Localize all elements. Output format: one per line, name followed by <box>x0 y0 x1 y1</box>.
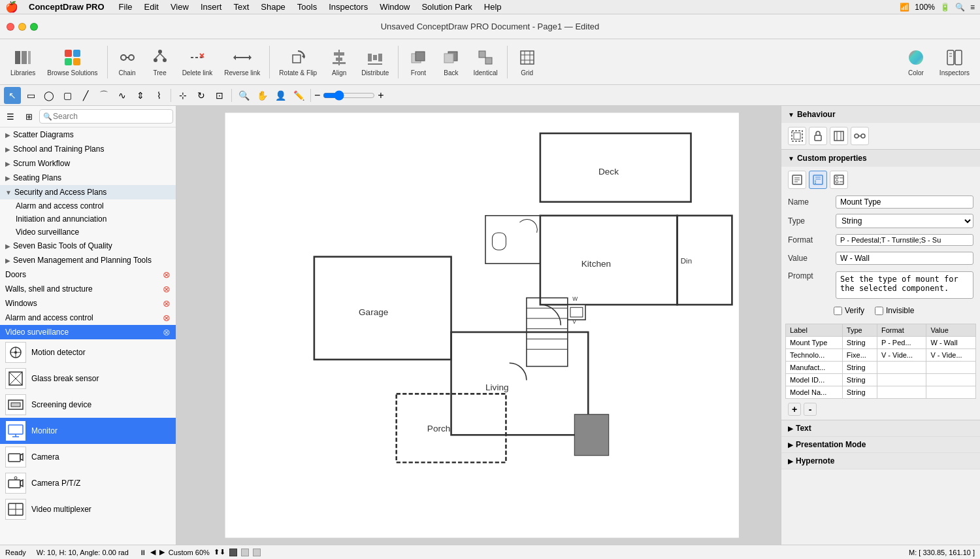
quick-item-walls[interactable]: Walls, shell and structure ⊗ <box>0 282 176 296</box>
search-icon[interactable]: 🔍 <box>955 3 965 12</box>
sidebar-item-scatter-diagrams[interactable]: ▶ Scatter Diagrams <box>0 127 176 142</box>
resize-tool[interactable]: ⇕ <box>132 87 149 104</box>
quick-item-windows[interactable]: Windows ⊗ <box>0 296 176 311</box>
menu-shape[interactable]: Shape <box>255 1 291 12</box>
sidebar-child-alarm[interactable]: Alarm and access control <box>0 199 176 212</box>
page-indicator-1[interactable] <box>229 549 237 556</box>
close-button[interactable] <box>7 23 14 31</box>
page-indicator-2[interactable] <box>241 549 249 556</box>
pan-tool[interactable]: ✋ <box>253 87 270 104</box>
color-button[interactable]: Color <box>900 44 932 79</box>
hypernote-section-header[interactable]: ▶ Hypernote <box>781 453 980 469</box>
front-button[interactable]: Front <box>402 44 434 79</box>
quick-close-active-icon[interactable]: ⊗ <box>163 327 171 337</box>
zoom-value[interactable]: Custom 60% <box>169 549 210 556</box>
sidebar-item-security-access[interactable]: ▼ Security and Access Plans <box>0 185 176 199</box>
canvas-area[interactable]: Deck Kitchen Din Garage Living Porch <box>176 106 781 545</box>
menu-inspectors[interactable]: Inspectors <box>323 1 373 12</box>
shape-glass-break[interactable]: Glass break sensor <box>0 365 176 392</box>
libraries-button[interactable]: Libraries <box>5 44 41 79</box>
shape-screening-device[interactable]: Screening device <box>0 392 176 418</box>
format-field[interactable] <box>836 234 973 246</box>
transform-tool[interactable]: ⊹ <box>174 87 191 104</box>
curve-tool[interactable]: ∿ <box>114 87 131 104</box>
invisible-checkbox[interactable] <box>875 307 883 315</box>
rotate-flip-button[interactable]: Rotate & Flip <box>274 44 322 79</box>
table-row[interactable]: Model Na... String <box>786 386 976 399</box>
minimize-button[interactable] <box>18 23 26 31</box>
shape-motion-detector[interactable]: Motion detector <box>0 339 176 365</box>
tree-button[interactable]: Tree <box>144 44 176 79</box>
zoom-minus[interactable]: − <box>314 90 320 101</box>
align-button[interactable]: Align <box>323 44 355 79</box>
shape-monitor[interactable]: Monitor <box>0 418 176 444</box>
back-button[interactable]: Back <box>435 44 466 79</box>
behaviour-lock-icon[interactable] <box>809 127 827 145</box>
menu-help[interactable]: Help <box>479 1 507 12</box>
sidebar-grid-view-btn[interactable]: ⊞ <box>21 109 37 124</box>
person-tool[interactable]: 👤 <box>272 87 289 104</box>
search-input[interactable] <box>39 109 173 124</box>
quick-item-doors[interactable]: Doors ⊗ <box>0 267 176 282</box>
rect-tool[interactable]: ▭ <box>22 87 39 104</box>
sidebar-item-school-training[interactable]: ▶ School and Training Plans <box>0 142 176 156</box>
next-page-icon[interactable]: ▶ <box>159 548 165 556</box>
text-section-header[interactable]: ▶ Text <box>781 420 980 436</box>
sidebar-child-video-surveillance[interactable]: Video surveillance <box>0 226 176 239</box>
connect-tool[interactable]: ⌇ <box>150 87 167 104</box>
shape-camera-ptz[interactable]: Camera P/T/Z <box>0 470 176 496</box>
name-field[interactable] <box>836 195 973 209</box>
behaviour-connect-icon[interactable] <box>851 127 869 145</box>
arc-tool[interactable]: ⌒ <box>95 87 112 104</box>
menu-file[interactable]: File <box>114 1 138 12</box>
behaviour-header[interactable]: ▼ Behaviour <box>781 106 980 123</box>
shape-camera[interactable]: Camera <box>0 444 176 470</box>
behaviour-select-icon[interactable] <box>788 127 806 145</box>
quick-item-video-surveillance[interactable]: Video surveillance ⊗ <box>0 325 176 339</box>
distribute-button[interactable]: Distribute <box>356 44 394 79</box>
table-row[interactable]: Model ID... String <box>786 374 976 386</box>
identical-button[interactable]: Identical <box>468 44 502 79</box>
maximize-button[interactable] <box>30 23 38 31</box>
prev-page-icon[interactable]: ◀ <box>150 548 155 556</box>
sidebar-list-view-btn[interactable]: ☰ <box>3 109 18 124</box>
reverse-link-button[interactable]: Reverse link <box>219 44 265 79</box>
menu-solution-park[interactable]: Solution Park <box>416 1 477 12</box>
rounded-rect-tool[interactable]: ▢ <box>59 87 76 104</box>
page-indicator-3[interactable] <box>253 549 261 556</box>
prop-icon-2[interactable] <box>809 171 827 189</box>
crop-tool[interactable]: ⊡ <box>211 87 228 104</box>
quick-close-icon[interactable]: ⊗ <box>163 313 171 323</box>
zoom-plus[interactable]: + <box>378 90 384 101</box>
behaviour-resize-icon[interactable] <box>830 127 848 145</box>
app-name[interactable]: ConceptDraw PRO <box>24 1 110 12</box>
chain-button[interactable]: Chain <box>112 44 143 79</box>
ellipse-tool[interactable]: ◯ <box>41 87 57 104</box>
quick-close-icon[interactable]: ⊗ <box>163 298 171 309</box>
inspectors-button[interactable]: Inspectors <box>934 44 975 79</box>
shape-video-multiplexer[interactable]: Video multiplexer <box>0 496 176 522</box>
menu-window[interactable]: Window <box>374 1 415 12</box>
verify-checkbox[interactable] <box>834 307 842 315</box>
menu-view[interactable]: View <box>165 1 194 12</box>
list-icon[interactable]: ≡ <box>970 3 975 12</box>
prompt-field[interactable]: Set the type of mount for the selected c… <box>836 271 973 299</box>
sidebar-item-seating-plans[interactable]: ▶ Seating Plans <box>0 171 176 185</box>
quick-close-icon[interactable]: ⊗ <box>163 269 171 280</box>
sidebar-item-scrum-workflow[interactable]: ▶ Scrum Workflow <box>0 156 176 171</box>
value-field[interactable] <box>836 252 973 265</box>
remove-property-button[interactable]: - <box>804 403 817 416</box>
custom-properties-header[interactable]: ▼ Custom properties <box>781 150 980 167</box>
prop-icon-3[interactable] <box>830 171 848 189</box>
presentation-section-header[interactable]: ▶ Presentation Mode <box>781 437 980 452</box>
line-tool[interactable]: ╱ <box>77 87 94 104</box>
grid-button[interactable]: Grid <box>512 44 543 79</box>
zoom-slider[interactable] <box>323 90 375 101</box>
rotate-tool[interactable]: ↻ <box>193 87 210 104</box>
zoom-stepper[interactable]: ⬆⬇ <box>214 548 225 556</box>
menu-edit[interactable]: Edit <box>139 1 164 12</box>
menu-tools[interactable]: Tools <box>292 1 322 12</box>
quick-item-alarm-control[interactable]: Alarm and access control ⊗ <box>0 311 176 325</box>
type-select[interactable]: String <box>836 214 973 228</box>
add-property-button[interactable]: + <box>788 403 801 416</box>
